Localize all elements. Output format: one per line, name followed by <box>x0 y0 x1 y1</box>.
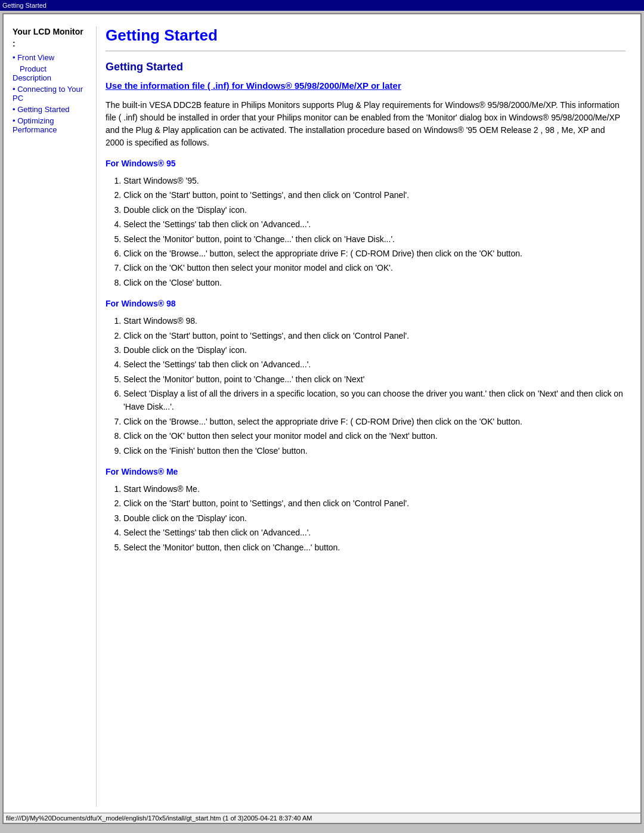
list-item: Click on the 'Browse...' button, select … <box>123 247 626 260</box>
list-item: Click on the 'Finish' button then the 'C… <box>123 444 626 457</box>
title-bar-text: Getting Started <box>2 2 47 9</box>
sidebar-item-connecting[interactable]: • Connecting to Your PC <box>13 85 87 103</box>
list-item: Select the 'Monitor' button, point to 'C… <box>123 373 626 386</box>
sidebar-item-product-desc[interactable]: Product Description <box>13 64 87 82</box>
list-item: Click on the 'Start' button, point to 'S… <box>123 188 626 202</box>
info-link[interactable]: Use the information file ( .inf) for Win… <box>106 80 626 91</box>
sidebar-item-getting-started[interactable]: • Getting Started <box>13 105 87 114</box>
list-item: Click on the 'Close' button. <box>123 276 626 289</box>
list-item: Start Windows® '95. <box>123 174 626 187</box>
section-title: Getting Started <box>106 61 626 73</box>
windowsme-steps: Start Windows® Me. Click on the 'Start' … <box>123 482 626 554</box>
list-item: Select the 'Monitor' button, point to 'C… <box>123 233 626 246</box>
list-item: Select 'Display a list of all the driver… <box>123 387 626 414</box>
sidebar-title: Your LCD Monitor : <box>13 26 87 49</box>
page-container: Your LCD Monitor : • Front View Product … <box>4 14 640 813</box>
sidebar: Your LCD Monitor : • Front View Product … <box>10 26 93 807</box>
body-text: The built-in VESA DDC2B feature in Phili… <box>106 99 626 149</box>
windows95-steps: Start Windows® '95. Click on the 'Start'… <box>123 174 626 289</box>
list-item: Click on the 'OK' button then select you… <box>123 429 626 442</box>
windows95-heading: For Windows® 95 <box>106 159 626 168</box>
list-item: Click on the 'Browse...' button, select … <box>123 415 626 428</box>
front-view-link[interactable]: • Front View <box>13 53 87 62</box>
windowsme-heading: For Windows® Me <box>106 467 626 476</box>
product-desc-link[interactable]: Product Description <box>13 64 51 82</box>
list-item: Start Windows® 98. <box>123 314 626 327</box>
list-item: Select the 'Settings' tab then click on … <box>123 526 626 539</box>
page-title: Getting Started <box>106 26 626 45</box>
list-item: Click on the 'OK' button then select you… <box>123 261 626 274</box>
connecting-link[interactable]: • Connecting to Your PC <box>13 85 87 103</box>
status-bar: file:///D|/My%20Documents/dfu/X_model/en… <box>4 813 640 823</box>
sidebar-item-front-view[interactable]: • Front View <box>13 53 87 62</box>
list-item: Double click on the 'Display' icon. <box>123 203 626 216</box>
getting-started-link[interactable]: • Getting Started <box>13 105 87 114</box>
windows98-steps: Start Windows® 98. Click on the 'Start' … <box>123 314 626 457</box>
list-item: Start Windows® Me. <box>123 482 626 496</box>
list-item: Select the 'Settings' tab then click on … <box>123 358 626 371</box>
list-item: Select the 'Settings' tab then click on … <box>123 218 626 231</box>
browser-window: Your LCD Monitor : • Front View Product … <box>2 13 642 824</box>
optimizing-link[interactable]: • Optimizing Performance <box>13 116 87 134</box>
divider <box>106 51 626 51</box>
list-item: Click on the 'Start' button, point to 'S… <box>123 497 626 510</box>
list-item: Select the 'Monitor' button, then click … <box>123 541 626 554</box>
list-item: Click on the 'Start' button, point to 'S… <box>123 329 626 342</box>
status-text: file:///D|/My%20Documents/dfu/X_model/en… <box>6 815 312 822</box>
sidebar-item-optimizing[interactable]: • Optimizing Performance <box>13 116 87 134</box>
list-item: Double click on the 'Display' icon. <box>123 512 626 525</box>
list-item: Double click on the 'Display' icon. <box>123 343 626 357</box>
windows98-heading: For Windows® 98 <box>106 299 626 308</box>
title-bar: Getting Started <box>0 0 644 11</box>
content-area: Getting Started Getting Started Use the … <box>96 26 634 807</box>
